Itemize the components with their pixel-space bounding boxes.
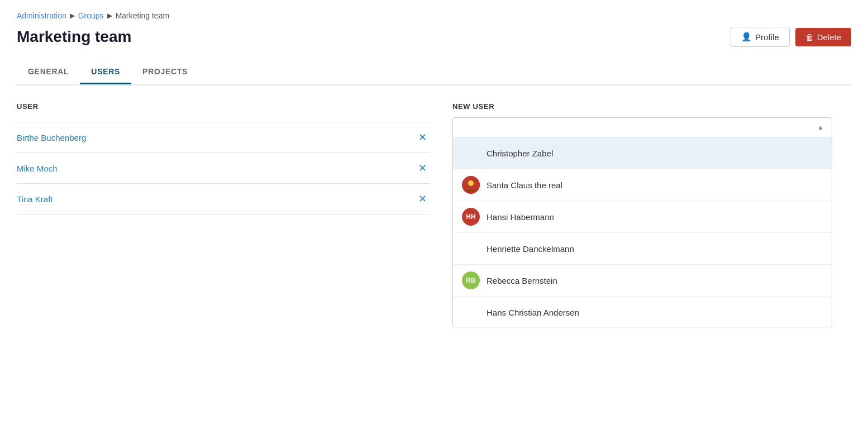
user-list: Birthe Buchenberg ✕ Mike Moch ✕ Tina Kra…	[17, 122, 430, 214]
avatar	[462, 176, 480, 194]
table-row: Tina Kraft ✕	[17, 184, 430, 214]
header-actions: 👤 Profile 🗑 Delete	[731, 27, 851, 47]
page-title: Marketing team	[17, 28, 131, 46]
list-item[interactable]: RB Rebecca Bernstein	[453, 265, 832, 297]
table-row: Birthe Buchenberg ✕	[17, 122, 430, 153]
profile-button[interactable]: 👤 Profile	[731, 27, 790, 47]
page-header: Marketing team 👤 Profile 🗑 Delete	[17, 27, 851, 47]
tabs-bar: GENERAL USERS PROJECTS	[17, 60, 851, 85]
profile-button-label: Profile	[755, 32, 779, 42]
user-column-header: USER	[17, 102, 430, 115]
dropdown-list: Christopher Zabel Santa Cl	[453, 137, 832, 327]
breadcrumb-sep-1: ▶	[70, 12, 75, 20]
svg-point-1	[468, 180, 474, 186]
dropdown-user-name: Henriette Danckelmann	[487, 244, 574, 254]
avatar: HH	[462, 208, 480, 226]
breadcrumb-sep-2: ▶	[107, 12, 112, 20]
remove-user-button[interactable]: ✕	[415, 130, 430, 145]
list-item[interactable]: Christopher Zabel	[453, 137, 832, 169]
tab-users[interactable]: USERS	[80, 60, 131, 84]
dropdown-header[interactable]: ▲	[453, 118, 832, 137]
chevron-up-icon: ▲	[817, 123, 824, 131]
list-item[interactable]: HH Hansi Habermann	[453, 201, 832, 233]
delete-button[interactable]: 🗑 Delete	[795, 28, 851, 46]
remove-user-button[interactable]: ✕	[415, 161, 430, 175]
user-name[interactable]: Birthe Buchenberg	[17, 133, 86, 142]
avatar: RB	[462, 271, 480, 289]
list-item[interactable]: Henriette Danckelmann	[453, 233, 832, 265]
dropdown-user-name: Hansi Habermann	[487, 212, 554, 222]
list-item[interactable]: Santa Claus the real	[453, 169, 832, 201]
breadcrumb: Administration ▶ Groups ▶ Marketing team	[17, 11, 851, 20]
content-layout: USER Birthe Buchenberg ✕ Mike Moch ✕ Tin…	[17, 102, 851, 327]
tab-projects[interactable]: PROJECTS	[131, 60, 199, 84]
dropdown-user-name: Christopher Zabel	[487, 149, 553, 158]
user-name[interactable]: Mike Moch	[17, 164, 58, 173]
breadcrumb-admin[interactable]: Administration	[17, 11, 66, 20]
avatar-placeholder	[462, 303, 480, 321]
page-container: Administration ▶ Groups ▶ Marketing team…	[0, 0, 868, 339]
trash-icon: 🗑	[805, 32, 814, 42]
santa-avatar-icon	[462, 176, 480, 194]
avatar-placeholder	[462, 240, 480, 258]
new-user-label: NEW USER	[452, 102, 851, 111]
dropdown-scroll-area[interactable]: Christopher Zabel Santa Cl	[453, 137, 832, 327]
delete-button-label: Delete	[817, 32, 841, 42]
new-user-panel: NEW USER ▲ Christopher Zabel	[452, 102, 851, 327]
dropdown-user-name: Hans Christian Andersen	[487, 308, 579, 317]
user-name[interactable]: Tina Kraft	[17, 194, 53, 204]
table-row: Mike Moch ✕	[17, 153, 430, 184]
breadcrumb-current: Marketing team	[116, 11, 169, 20]
person-icon: 👤	[741, 32, 752, 42]
avatar-placeholder	[462, 144, 480, 162]
remove-user-button[interactable]: ✕	[415, 192, 430, 206]
dropdown-user-name: Santa Claus the real	[487, 180, 562, 190]
dropdown-user-name: Rebecca Bernstein	[487, 276, 557, 285]
list-item[interactable]: Hans Christian Andersen	[453, 297, 832, 327]
users-panel: USER Birthe Buchenberg ✕ Mike Moch ✕ Tin…	[17, 102, 452, 327]
breadcrumb-groups[interactable]: Groups	[78, 11, 104, 20]
tab-general[interactable]: GENERAL	[17, 60, 80, 84]
new-user-dropdown[interactable]: ▲ Christopher Zabel	[452, 117, 832, 327]
